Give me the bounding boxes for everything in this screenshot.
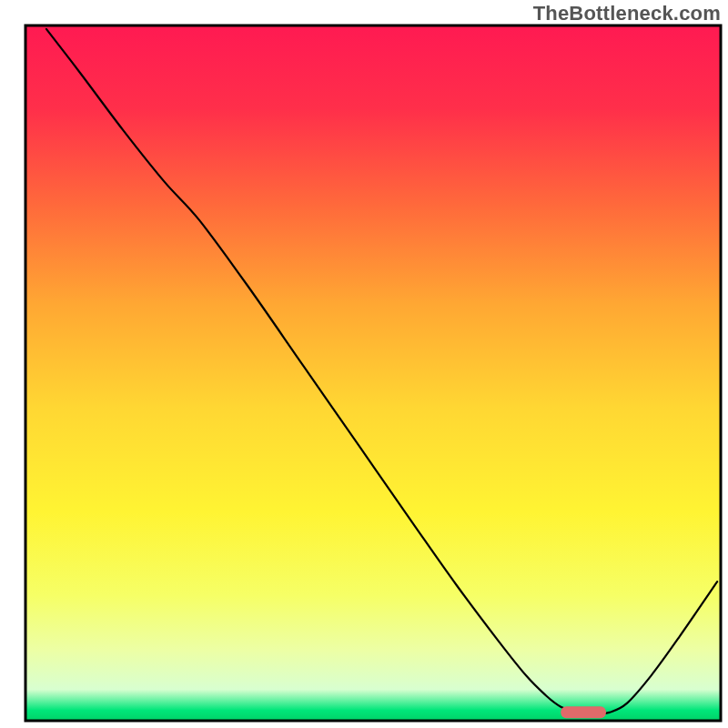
chart-background — [25, 25, 721, 721]
optimal-range-marker — [561, 706, 606, 718]
watermark-text: TheBottleneck.com — [533, 2, 721, 25]
bottleneck-chart — [0, 0, 728, 728]
